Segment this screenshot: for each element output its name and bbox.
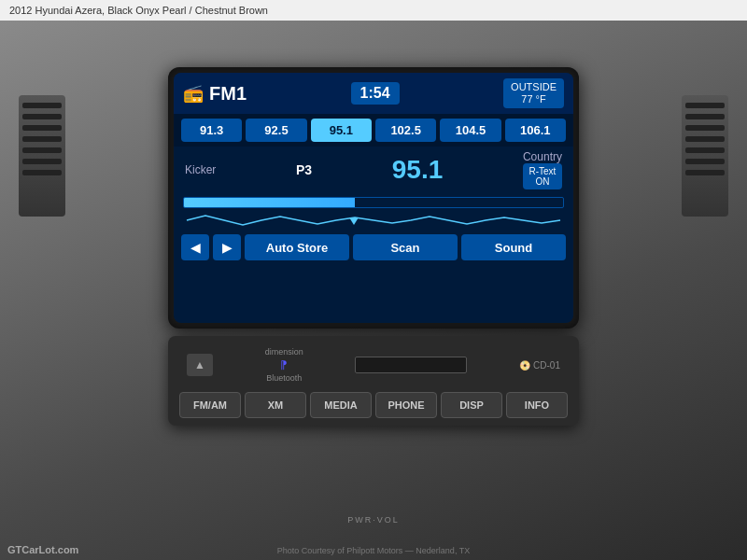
media-buttons-row: FM/AMXMMEDIAPHONEDISPINFO: [179, 392, 568, 418]
temp-value: 77 °F: [511, 93, 557, 105]
screen-top: 📻 FM1 1:54 OUTSIDE 77 °F: [174, 73, 573, 114]
infotainment-screen: 📻 FM1 1:54 OUTSIDE 77 °F 91.392.595.1102…: [174, 73, 573, 323]
bluetooth-icon: ⁋: [280, 358, 288, 371]
physical-controls: ▲ dimension ⁋ Bluetooth 📀 CD-01 FM/AMXMM…: [168, 336, 579, 426]
media-button-disp[interactable]: DISP: [441, 392, 502, 418]
outside-label: OUTSIDE: [511, 81, 557, 93]
kicker-label: Kicker: [185, 163, 216, 176]
bottom-buttons-row: ◀ ▶ Auto Store Scan Sound: [174, 231, 573, 264]
eject-button[interactable]: ▲: [187, 354, 213, 376]
signal-bar-container: [183, 197, 564, 208]
cd-row: ▲ dimension ⁋ Bluetooth 📀 CD-01: [179, 343, 568, 386]
auto-store-button[interactable]: Auto Store: [245, 234, 349, 260]
media-button-media[interactable]: MEDIA: [310, 392, 372, 418]
frequency-indicator: [349, 217, 359, 225]
scan-button[interactable]: Scan: [353, 234, 458, 260]
prev-button[interactable]: ◀: [181, 234, 209, 260]
main-frequency: 95.1: [392, 155, 444, 185]
photo-credit: Photo Courtesy of Philpott Motors — Nede…: [0, 546, 747, 555]
preset-button-5[interactable]: 104.5: [440, 119, 500, 142]
car-interior: 📻 FM1 1:54 OUTSIDE 77 °F 91.392.595.1102…: [0, 21, 747, 560]
presets-row: 91.392.595.1102.5104.5106.1: [174, 114, 573, 147]
media-button-info[interactable]: INFO: [506, 392, 568, 418]
infotainment-bezel: 📻 FM1 1:54 OUTSIDE 77 °F 91.392.595.1102…: [168, 67, 579, 329]
preset-button-2[interactable]: 92.5: [246, 119, 306, 142]
dashboard: 📻 FM1 1:54 OUTSIDE 77 °F 91.392.595.1102…: [37, 49, 710, 504]
dimension-label: dimension: [265, 347, 303, 357]
preset-button-4[interactable]: 102.5: [375, 119, 436, 142]
preset-button-3[interactable]: 95.1: [311, 119, 372, 142]
top-bar: 2012 Hyundai Azera, Black Onyx Pearl / C…: [0, 0, 747, 21]
page-wrapper: 2012 Hyundai Azera, Black Onyx Pearl / C…: [0, 0, 747, 560]
band-display: FM1: [209, 83, 247, 105]
car-title: 2012 Hyundai Azera, Black Onyx Pearl / C…: [9, 5, 268, 16]
media-button-phone[interactable]: PHONE: [375, 392, 437, 418]
preset-button-1[interactable]: 91.3: [181, 119, 242, 142]
media-button-fm-am[interactable]: FM/AM: [179, 392, 241, 418]
genre-label: Country: [523, 150, 562, 163]
preset-button-6[interactable]: 106.1: [505, 119, 566, 142]
center-label: dimension ⁋ Bluetooth: [265, 347, 303, 383]
preset-label: P3: [296, 162, 312, 177]
pwr-vol-label: PWR·VOL: [347, 515, 400, 525]
radio-icon: 📻: [183, 83, 204, 104]
rtext-button[interactable]: R-TextON: [523, 163, 562, 189]
bluetooth-label: Bluetooth: [266, 373, 302, 383]
sound-button[interactable]: Sound: [461, 234, 566, 260]
cd-slot: [355, 357, 467, 373]
next-button[interactable]: ▶: [213, 234, 241, 260]
time-display: 1:54: [351, 82, 400, 105]
media-button-xm[interactable]: XM: [245, 392, 306, 418]
info-row: Kicker P3 95.1 Country R-TextON: [174, 147, 573, 193]
fm-badge: 📻 FM1: [183, 83, 247, 105]
waveform-area: [174, 193, 573, 231]
waveform-display: [183, 212, 564, 229]
temp-display: OUTSIDE 77 °F: [503, 78, 564, 108]
cd-label: 📀 CD-01: [519, 360, 560, 371]
signal-bar-fill: [184, 198, 355, 207]
